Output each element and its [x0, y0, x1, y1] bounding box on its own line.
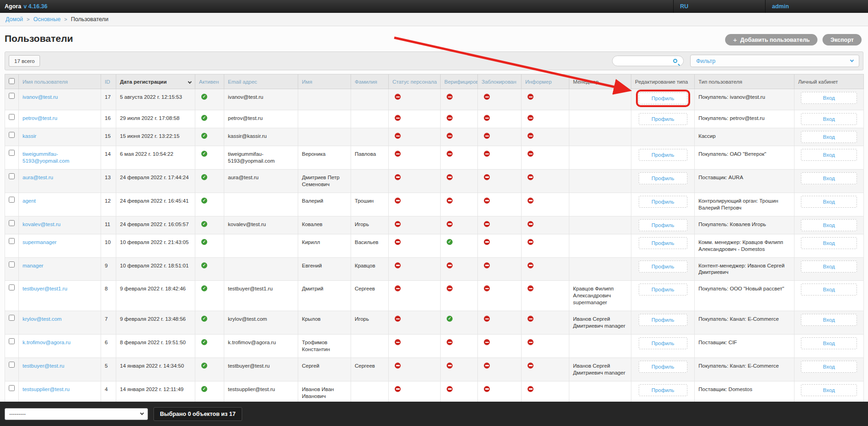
profile-button[interactable]: Профиль — [639, 384, 687, 396]
cell-cabinet: Вход — [794, 358, 864, 381]
login-button[interactable]: Вход — [801, 314, 857, 326]
login-button[interactable]: Вход — [801, 149, 857, 161]
cell-cabinet: Вход — [794, 193, 864, 216]
search-icon[interactable] — [673, 59, 677, 63]
profile-button[interactable]: Профиль — [639, 361, 687, 373]
row-checkbox[interactable] — [9, 197, 15, 203]
column-header-blocked[interactable]: Заблокирован — [478, 74, 522, 89]
profile-button[interactable]: Профиль — [639, 172, 687, 184]
cell-username: aura@test.ru — [19, 169, 101, 193]
column-header-last_name[interactable]: Фамилия — [351, 74, 389, 89]
row-checkbox[interactable] — [9, 385, 15, 391]
status-no-icon — [528, 221, 533, 227]
column-header-verified[interactable]: Верифицирован — [441, 74, 478, 89]
login-button[interactable]: Вход — [801, 384, 857, 396]
username-link[interactable]: supermanager — [23, 239, 57, 245]
breadcrumb-separator-icon: > — [64, 17, 67, 22]
username-link[interactable]: kassir — [23, 133, 36, 139]
profile-button[interactable]: Профиль — [639, 314, 687, 326]
row-checkbox[interactable] — [9, 238, 15, 244]
row-checkbox[interactable] — [9, 93, 15, 99]
row-checkbox[interactable] — [9, 132, 15, 138]
username-link[interactable]: testbuyer@test1.ru — [23, 286, 67, 291]
login-button[interactable]: Вход — [801, 113, 857, 125]
row-checkbox[interactable] — [9, 338, 15, 344]
cell-checkbox — [5, 146, 19, 170]
profile-button[interactable]: Профиль — [639, 113, 687, 125]
cell-informer — [522, 193, 569, 216]
breadcrumb-item[interactable]: Домой — [6, 16, 23, 23]
column-header-id[interactable]: ID — [101, 74, 116, 89]
username-link[interactable]: krylov@test.com — [23, 316, 62, 322]
profile-button[interactable]: Профиль — [639, 92, 687, 104]
add-user-button[interactable]: + Добавить пользователь — [725, 34, 817, 45]
username-link[interactable]: testsupplier@test.ru — [23, 386, 69, 392]
profile-button[interactable]: Профиль — [639, 284, 687, 295]
login-button[interactable]: Вход — [801, 284, 857, 295]
cell-active — [195, 216, 224, 234]
username-link[interactable]: tiweigummifau-5193@yopmail.com — [23, 151, 69, 164]
profile-button[interactable]: Профиль — [639, 219, 687, 231]
row-checkbox[interactable] — [9, 284, 15, 290]
column-header-date_joined[interactable]: Дата регистрации — [116, 74, 195, 89]
login-button[interactable]: Вход — [801, 219, 857, 231]
login-button[interactable]: Вход — [801, 196, 857, 208]
login-button[interactable]: Вход — [801, 92, 857, 104]
row-checkbox[interactable] — [9, 315, 15, 321]
status-no-icon — [447, 285, 453, 291]
login-button[interactable]: Вход — [801, 337, 857, 349]
column-header-email[interactable]: Email адрес — [224, 74, 298, 89]
cell-cabinet: Вход — [794, 257, 864, 281]
cell-username: manager — [19, 257, 101, 281]
breadcrumb: Домой>Основные>Пользователи — [0, 13, 868, 26]
column-header-informer[interactable]: Информер — [522, 74, 569, 89]
export-button[interactable]: Экспорт — [823, 34, 862, 45]
cell-checkbox — [5, 193, 19, 216]
action-select[interactable]: --------- — [5, 408, 148, 420]
username-link[interactable]: kovalev@test.ru — [23, 222, 61, 227]
language-selector[interactable]: RU — [673, 0, 765, 13]
row-checkbox[interactable] — [9, 173, 15, 179]
row-checkbox[interactable] — [9, 362, 15, 368]
login-button[interactable]: Вход — [801, 237, 857, 249]
column-header-first_name[interactable]: Имя — [298, 74, 351, 89]
breadcrumb-item[interactable]: Основные — [34, 16, 61, 23]
cell-email: petrov@test.ru — [224, 110, 298, 128]
login-button[interactable]: Вход — [801, 261, 857, 273]
search-input[interactable] — [617, 58, 673, 64]
row-checkbox[interactable] — [9, 261, 15, 267]
cell-verified — [441, 257, 478, 281]
profile-button[interactable]: Профиль — [639, 149, 687, 161]
username-link[interactable]: testbuyer@test.ru — [23, 363, 64, 369]
filter-dropdown[interactable]: Фильтр — [690, 55, 859, 67]
username-link[interactable]: aura@test.ru — [23, 175, 53, 180]
username-link[interactable]: k.trofimov@agora.ru — [23, 340, 70, 345]
column-header-username[interactable]: Имя пользователя — [19, 74, 101, 89]
row-checkbox[interactable] — [9, 150, 15, 156]
login-button[interactable]: Вход — [801, 361, 857, 373]
profile-button[interactable]: Профиль — [639, 337, 687, 349]
status-no-icon — [528, 94, 533, 100]
username-link[interactable]: manager — [23, 263, 43, 268]
username-link[interactable]: ivanov@test.ru — [23, 94, 58, 100]
login-button[interactable]: Вход — [801, 172, 857, 184]
table-header-row: Имя пользователяIDДата регистрацииАктиве… — [5, 74, 864, 89]
cell-verified — [441, 128, 478, 146]
total-count-button[interactable]: 17 всего — [9, 55, 40, 67]
username-link[interactable]: petrov@test.ru — [23, 115, 57, 121]
cell-user-type: Покупатель: ОАО "Ветерок" — [695, 146, 794, 170]
profile-button[interactable]: Профиль — [639, 196, 687, 208]
row-checkbox[interactable] — [9, 220, 15, 226]
login-button[interactable]: Вход — [801, 131, 857, 143]
profile-button[interactable]: Профиль — [639, 237, 687, 249]
status-no-icon — [447, 386, 453, 392]
profile-button[interactable]: Профиль — [639, 261, 687, 273]
cell-user-type: Покупатель: ivanov@test.ru — [695, 89, 794, 110]
user-menu[interactable]: admin — [765, 0, 868, 13]
select-all-checkbox[interactable] — [9, 78, 15, 84]
row-checkbox[interactable] — [9, 114, 15, 120]
column-header-active[interactable]: Активен — [195, 74, 224, 89]
column-header-staff_status[interactable]: Статус персонала — [389, 74, 441, 89]
status-yes-icon — [447, 316, 453, 322]
username-link[interactable]: agent — [23, 198, 36, 204]
